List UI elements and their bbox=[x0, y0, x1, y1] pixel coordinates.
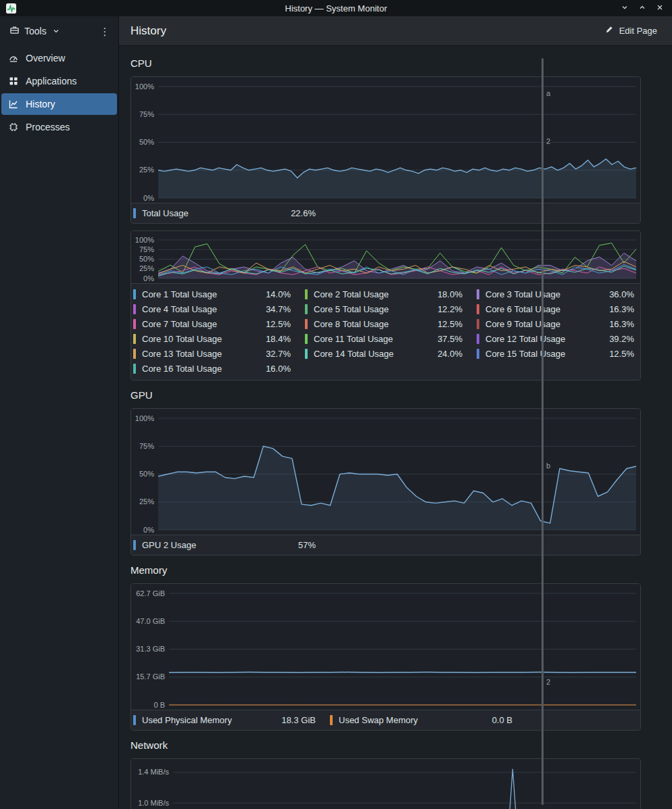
legend-swatch bbox=[305, 334, 308, 344]
network-chart: 1.4 MiB/s1.0 MiB/s bbox=[130, 758, 641, 809]
legend-item: Core 3 Total Usage36.0% bbox=[477, 289, 634, 299]
legend-swatch bbox=[133, 319, 136, 329]
legend-label: Core 1 Total Usage bbox=[142, 289, 266, 299]
chevron-up-icon bbox=[638, 3, 646, 14]
legend-value: 16.3% bbox=[609, 319, 634, 329]
chart-plot: 100%75%50%25%0% bbox=[131, 409, 640, 535]
svg-text:100%: 100% bbox=[135, 414, 154, 422]
svg-text:75%: 75% bbox=[139, 110, 154, 118]
legend-item: Core 9 Total Usage16.3% bbox=[477, 319, 634, 329]
pencil-icon bbox=[604, 25, 614, 36]
svg-text:100%: 100% bbox=[135, 236, 154, 244]
main-area: History Edit Page CPU100%75%50%25%0%Tota… bbox=[119, 16, 672, 809]
sidebar-nav: OverviewApplicationsHistoryProcesses bbox=[0, 46, 118, 139]
legend-swatch bbox=[330, 715, 333, 725]
sidebar-item-label: Applications bbox=[26, 76, 77, 87]
legend-item: Core 16 Total Usage16.0% bbox=[133, 364, 291, 374]
legend-item: Core 4 Total Usage34.7% bbox=[133, 304, 291, 314]
legend-item: Used Swap Memory0.0 B bbox=[330, 715, 512, 725]
legend-value: 12.2% bbox=[437, 304, 462, 314]
sidebar-item-applications[interactable]: Applications bbox=[1, 70, 117, 92]
sidebar-item-overview[interactable]: Overview bbox=[1, 47, 117, 69]
legend-swatch bbox=[305, 289, 308, 299]
legend-label: Core 3 Total Usage bbox=[485, 289, 609, 299]
legend-value: 12.5% bbox=[609, 349, 634, 359]
legend-item: Core 6 Total Usage16.3% bbox=[477, 304, 634, 314]
legend-value: 22.6% bbox=[291, 208, 316, 218]
sidebar-item-processes[interactable]: Processes bbox=[1, 116, 117, 138]
vertical-scrollbar[interactable] bbox=[542, 58, 544, 805]
legend-swatch bbox=[133, 349, 136, 359]
legend-swatch bbox=[305, 304, 308, 314]
chart-icon bbox=[8, 99, 19, 109]
svg-text:1.0 MiB/s: 1.0 MiB/s bbox=[138, 799, 169, 807]
close-button[interactable] bbox=[653, 1, 667, 15]
svg-text:0%: 0% bbox=[143, 526, 154, 534]
legend-swatch bbox=[477, 334, 479, 344]
overflow-menu-icon[interactable]: ⋮ bbox=[97, 23, 113, 39]
svg-text:0%: 0% bbox=[143, 274, 154, 283]
legend-swatch bbox=[133, 364, 136, 374]
legend-item: Core 7 Total Usage12.5% bbox=[133, 319, 291, 329]
legend-item: Core 1 Total Usage14.0% bbox=[133, 289, 291, 299]
legend-item: Core 8 Total Usage12.5% bbox=[305, 319, 462, 329]
page-header: History Edit Page bbox=[119, 16, 672, 46]
chevron-down-icon bbox=[621, 3, 629, 14]
section-heading-memory: Memory bbox=[130, 564, 660, 577]
svg-text:50%: 50% bbox=[139, 138, 154, 146]
titlebar[interactable]: History — System Monitor bbox=[0, 0, 672, 16]
legend-label: Core 10 Total Usage bbox=[142, 334, 266, 344]
section-heading-gpu: GPU bbox=[130, 389, 660, 401]
legend-swatch bbox=[133, 334, 136, 344]
legend-value: 36.0% bbox=[609, 289, 634, 299]
tools-menu-button[interactable]: Tools bbox=[4, 22, 65, 41]
legend-value: 14.0% bbox=[266, 289, 291, 299]
gauge-icon bbox=[8, 53, 19, 64]
svg-text:25%: 25% bbox=[139, 497, 154, 506]
legend-swatch bbox=[133, 208, 136, 218]
legend-label: Total Usage bbox=[142, 208, 291, 218]
chart-plot: 1.4 MiB/s1.0 MiB/s bbox=[131, 759, 640, 809]
chart-plot: 62.7 GiB47.0 GiB31.3 GiB15.7 GiB0 B bbox=[131, 584, 640, 710]
svg-text:50%: 50% bbox=[139, 470, 154, 478]
legend-value: 37.5% bbox=[437, 334, 462, 344]
sidebar-item-history[interactable]: History bbox=[1, 93, 117, 115]
legend-item: Core 11 Total Usage37.5% bbox=[305, 334, 462, 344]
legend-label: Core 14 Total Usage bbox=[314, 349, 437, 359]
legend-label: Core 4 Total Usage bbox=[142, 304, 266, 314]
svg-text:50%: 50% bbox=[139, 255, 154, 263]
memory-chart: 62.7 GiB47.0 GiB31.3 GiB15.7 GiB0 BUsed … bbox=[130, 583, 641, 731]
legend-item: Total Usage22.6% bbox=[133, 208, 316, 218]
legend-swatch bbox=[305, 319, 308, 329]
minimize-button[interactable] bbox=[618, 1, 631, 15]
svg-text:75%: 75% bbox=[139, 442, 154, 450]
legend-label: Core 5 Total Usage bbox=[314, 304, 437, 314]
edit-page-label: Edit Page bbox=[619, 26, 657, 36]
legend-label: Core 9 Total Usage bbox=[485, 319, 609, 329]
legend-label: GPU 2 Usage bbox=[142, 540, 298, 550]
legend-label: Core 12 Total Usage bbox=[485, 334, 609, 344]
scrollbar-thumb[interactable] bbox=[542, 58, 544, 805]
legend-label: Core 7 Total Usage bbox=[142, 319, 266, 329]
legend-swatch bbox=[477, 304, 479, 314]
svg-text:100%: 100% bbox=[135, 82, 154, 91]
system-monitor-window: History — System Monitor Tools ⋮ bbox=[0, 0, 672, 809]
window-title: History — System Monitor bbox=[0, 3, 672, 14]
section-heading-cpu: CPU bbox=[130, 57, 660, 70]
window-controls bbox=[618, 1, 672, 15]
chevron-down-icon bbox=[53, 28, 59, 34]
legend-label: Core 13 Total Usage bbox=[142, 349, 266, 359]
legend-value: 18.3 GiB bbox=[281, 715, 316, 725]
edit-page-button[interactable]: Edit Page bbox=[604, 25, 657, 36]
close-icon bbox=[656, 3, 664, 14]
legend-swatch bbox=[305, 349, 308, 359]
legend-label: Core 2 Total Usage bbox=[314, 289, 437, 299]
chart-plot: 100%75%50%25%0% bbox=[131, 231, 640, 283]
svg-text:31.3 GiB: 31.3 GiB bbox=[136, 645, 165, 653]
sidebar: Tools ⋮ OverviewApplicationsHistoryProce… bbox=[0, 16, 119, 809]
legend-label: Core 11 Total Usage bbox=[314, 334, 437, 344]
svg-text:0%: 0% bbox=[143, 194, 154, 202]
section-heading-network: Network bbox=[130, 739, 660, 752]
maximize-button[interactable] bbox=[635, 1, 649, 15]
page-title: History bbox=[130, 24, 166, 38]
